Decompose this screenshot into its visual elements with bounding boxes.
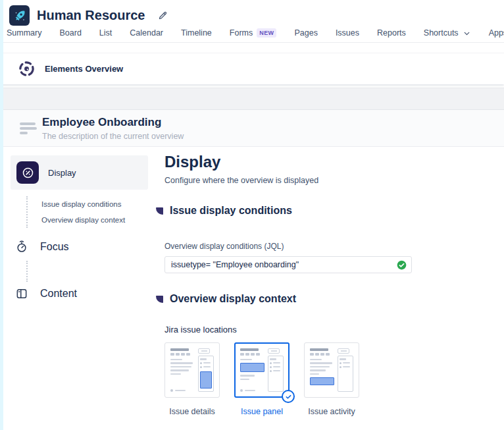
sidebar-item-label: Content — [40, 288, 77, 300]
issue-details-thumbnail — [170, 348, 214, 392]
tab-calendar[interactable]: Calendar — [130, 26, 163, 43]
section-title: Overview display context — [170, 293, 296, 305]
issue-details-card[interactable] — [164, 342, 220, 398]
chevron-down-icon — [463, 29, 471, 38]
jql-input[interactable] — [164, 256, 412, 273]
settings-sidebar: Display Issue display conditions Overvie… — [11, 155, 148, 300]
issue-panel-thumbnail — [240, 348, 284, 392]
tab-timeline[interactable]: Timeline — [181, 26, 212, 43]
project-name: Human Resource — [37, 8, 145, 23]
stopwatch-icon — [14, 240, 30, 254]
check-badge-icon — [282, 390, 295, 403]
issue-activity-card[interactable] — [304, 342, 359, 398]
tab-apps[interactable]: Apps — [489, 26, 504, 43]
sidebar-item-content[interactable]: Content — [14, 287, 148, 300]
sidebar-item-display[interactable]: Display — [11, 155, 148, 190]
page-subtitle: Configure where the overview is displaye… — [164, 176, 415, 185]
tab-issues[interactable]: Issues — [336, 26, 359, 43]
issue-activity-label[interactable]: Issue activity — [308, 407, 355, 416]
new-badge: NEW — [257, 28, 276, 38]
tab-shortcuts[interactable]: Shortcuts — [424, 26, 471, 43]
layout-icon — [14, 287, 30, 300]
tab-pages[interactable]: Pages — [294, 26, 317, 43]
sidebar-item-focus[interactable]: Focus — [14, 240, 148, 254]
pen-icon — [158, 11, 168, 20]
window-edge — [0, 0, 3, 430]
display-settings-panel: Display Configure where the overview is … — [164, 153, 415, 416]
issue-location-options: Issue details — [164, 342, 415, 416]
overview-header: Employee Onboarding The description of t… — [0, 110, 504, 147]
section-bullet-icon — [156, 207, 163, 215]
app-bar: Elements Overview — [0, 53, 504, 84]
issue-activity-thumbnail — [310, 348, 353, 392]
tab-summary[interactable]: Summary — [7, 26, 41, 43]
header-divider — [0, 42, 504, 43]
dashed-circle-icon — [18, 60, 36, 78]
section-bullet-icon — [156, 296, 163, 303]
focus-sub-rail — [26, 261, 148, 282]
section-overview-display-context: Overview display context — [156, 293, 415, 305]
jql-field — [164, 256, 412, 273]
check-circle-icon — [397, 260, 407, 273]
menu-icon — [20, 122, 37, 134]
rocket-icon — [13, 9, 27, 23]
tab-list[interactable]: List — [99, 26, 112, 43]
sidebar-item-label: Display — [48, 168, 76, 178]
jira-issue-locations-label: Jira issue locations — [164, 325, 415, 335]
section-separator — [0, 88, 504, 110]
issue-panel-card[interactable] — [234, 342, 290, 398]
location-option-issue-activity: Issue activity — [304, 342, 359, 416]
location-option-issue-panel: Issue panel — [234, 342, 290, 416]
jql-field-label: Overview display conditions (JQL) — [164, 242, 415, 251]
tab-forms[interactable]: Forms NEW — [230, 26, 277, 43]
sidebar-item-label: Focus — [40, 241, 69, 253]
section-issue-display-conditions: Issue display conditions — [156, 205, 415, 217]
sidebar-subitem-overview-display-context[interactable]: Overview display context — [41, 212, 148, 228]
rename-project-button[interactable] — [158, 11, 168, 20]
overview-description: The description of the current overview — [42, 132, 184, 141]
sidebar-subitem-issue-display-conditions[interactable]: Issue display conditions — [41, 196, 148, 212]
section-title: Issue display conditions — [170, 205, 292, 217]
percent-circle-icon — [16, 161, 39, 184]
issue-panel-label[interactable]: Issue panel — [241, 407, 283, 416]
issue-details-label[interactable]: Issue details — [169, 407, 214, 416]
project-avatar[interactable] — [9, 5, 30, 26]
overview-title: Employee Onboarding — [42, 116, 161, 129]
app-title: Elements Overview — [45, 64, 123, 74]
tab-reports[interactable]: Reports — [377, 26, 406, 43]
location-option-issue-details: Issue details — [164, 342, 220, 416]
tab-board[interactable]: Board — [59, 26, 81, 43]
display-sub-items: Issue display conditions Overview displa… — [26, 196, 148, 228]
project-nav: Summary Board List Calendar Timeline For… — [7, 26, 504, 43]
page-title: Display — [164, 153, 415, 171]
